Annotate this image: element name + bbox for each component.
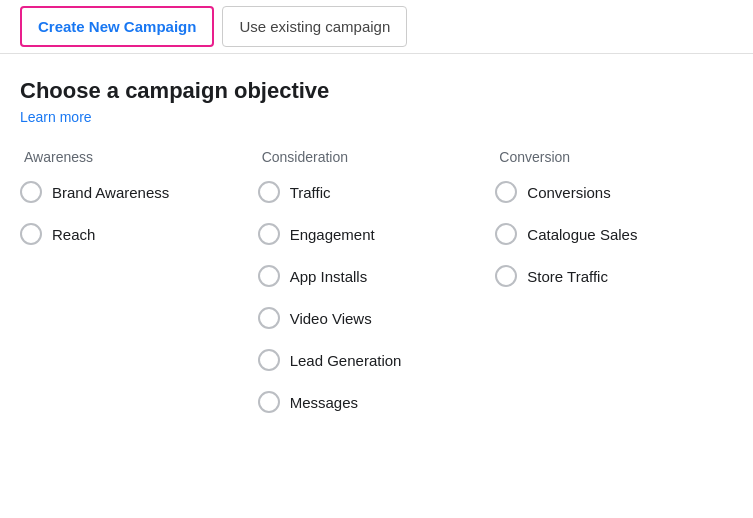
option-label: Messages: [290, 394, 358, 411]
radio-circle: [258, 349, 280, 371]
tab-use-existing[interactable]: Use existing campaign: [222, 6, 407, 47]
option-1-2[interactable]: App Installs: [258, 265, 486, 287]
option-1-5[interactable]: Messages: [258, 391, 486, 413]
objective-column-0: AwarenessBrand AwarenessReach: [20, 149, 258, 433]
option-1-0[interactable]: Traffic: [258, 181, 486, 203]
option-2-1[interactable]: Catalogue Sales: [495, 223, 723, 245]
tab-create-new[interactable]: Create New Campaign: [20, 6, 214, 47]
option-label: Brand Awareness: [52, 184, 169, 201]
radio-circle: [258, 181, 280, 203]
section-title: Choose a campaign objective: [20, 78, 733, 104]
objective-column-1: ConsiderationTrafficEngagementApp Instal…: [258, 149, 496, 433]
option-label: Engagement: [290, 226, 375, 243]
option-label: App Installs: [290, 268, 368, 285]
content-area: Choose a campaign objective Learn more A…: [0, 54, 753, 457]
objective-column-2: ConversionConversionsCatalogue SalesStor…: [495, 149, 733, 433]
radio-circle: [20, 223, 42, 245]
option-label: Catalogue Sales: [527, 226, 637, 243]
radio-circle: [20, 181, 42, 203]
radio-circle: [495, 223, 517, 245]
radio-circle: [258, 265, 280, 287]
learn-more-link[interactable]: Learn more: [20, 109, 92, 125]
radio-circle: [495, 181, 517, 203]
option-label: Reach: [52, 226, 95, 243]
option-1-4[interactable]: Lead Generation: [258, 349, 486, 371]
option-2-2[interactable]: Store Traffic: [495, 265, 723, 287]
column-header-0: Awareness: [20, 149, 248, 165]
option-label: Video Views: [290, 310, 372, 327]
option-0-1[interactable]: Reach: [20, 223, 248, 245]
radio-circle: [258, 391, 280, 413]
radio-circle: [258, 223, 280, 245]
radio-circle: [495, 265, 517, 287]
column-header-2: Conversion: [495, 149, 723, 165]
option-label: Conversions: [527, 184, 610, 201]
objectives-grid: AwarenessBrand AwarenessReachConsiderati…: [20, 149, 733, 433]
option-2-0[interactable]: Conversions: [495, 181, 723, 203]
column-header-1: Consideration: [258, 149, 486, 165]
option-label: Traffic: [290, 184, 331, 201]
tabs-container: Create New Campaign Use existing campaig…: [0, 0, 753, 54]
option-label: Store Traffic: [527, 268, 608, 285]
option-1-3[interactable]: Video Views: [258, 307, 486, 329]
option-label: Lead Generation: [290, 352, 402, 369]
option-0-0[interactable]: Brand Awareness: [20, 181, 248, 203]
radio-circle: [258, 307, 280, 329]
option-1-1[interactable]: Engagement: [258, 223, 486, 245]
